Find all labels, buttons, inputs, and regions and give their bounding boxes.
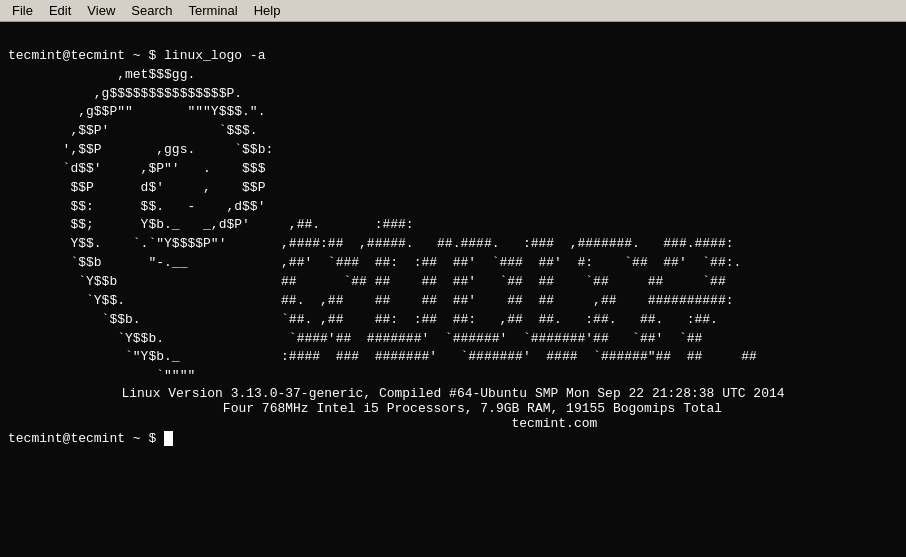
menu-search[interactable]: Search bbox=[123, 1, 180, 20]
menu-terminal[interactable]: Terminal bbox=[181, 1, 246, 20]
menubar: File Edit View Search Terminal Help bbox=[0, 0, 906, 22]
terminal-output: tecmint@tecmint ~ $ linux_logo -a ,met$$… bbox=[8, 28, 898, 386]
system-info: Linux Version 3.13.0-37-generic, Compile… bbox=[8, 386, 898, 431]
menu-help[interactable]: Help bbox=[246, 1, 289, 20]
terminal-window: tecmint@tecmint ~ $ linux_logo -a ,met$$… bbox=[0, 22, 906, 557]
command-prompt: tecmint@tecmint ~ $ linux_logo -a bbox=[8, 48, 265, 63]
menu-edit[interactable]: Edit bbox=[41, 1, 79, 20]
menu-file[interactable]: File bbox=[4, 1, 41, 20]
cursor-block bbox=[164, 431, 173, 446]
final-prompt-text: tecmint@tecmint ~ $ bbox=[8, 431, 164, 446]
ascii-art: ,met$$$gg. ,g$$$$$$$$$$$$$$$P. ,g$$P"" "… bbox=[8, 67, 757, 384]
menu-view[interactable]: View bbox=[79, 1, 123, 20]
final-prompt-line: tecmint@tecmint ~ $ bbox=[8, 431, 898, 446]
